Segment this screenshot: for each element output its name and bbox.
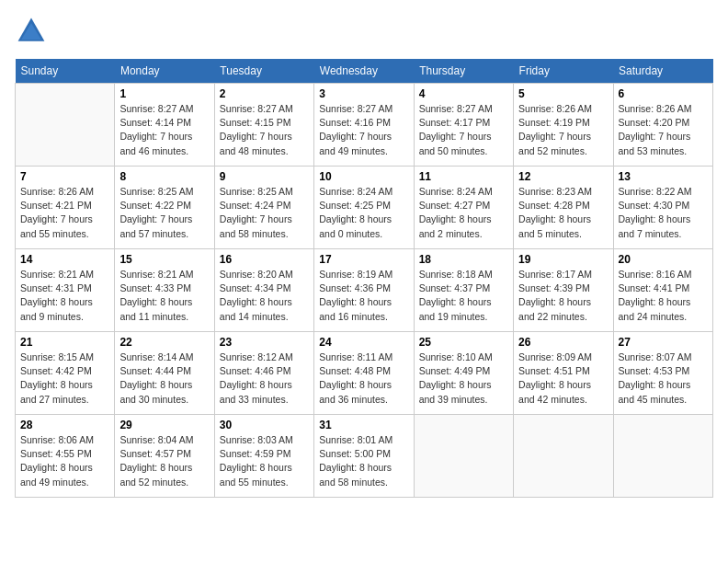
day-info: Sunrise: 8:03 AM Sunset: 4:59 PM Dayligh… — [220, 433, 309, 489]
day-number: 22 — [119, 336, 209, 349]
logo-icon — [15, 15, 48, 48]
calendar-header-row: SundayMondayTuesdayWednesdayThursdayFrid… — [16, 59, 713, 84]
day-info: Sunrise: 8:26 AM Sunset: 4:21 PM Dayligh… — [20, 185, 109, 241]
calendar-day-cell: 15 Sunrise: 8:21 AM Sunset: 4:33 PM Dayl… — [115, 249, 214, 332]
calendar-day-cell: 21 Sunrise: 8:15 AM Sunset: 4:42 PM Dayl… — [16, 332, 115, 415]
day-info: Sunrise: 8:17 AM Sunset: 4:39 PM Dayligh… — [518, 268, 608, 324]
day-number: 6 — [619, 87, 708, 100]
weekday-header: Thursday — [414, 59, 513, 84]
day-number: 10 — [319, 170, 408, 183]
day-info: Sunrise: 8:09 AM Sunset: 4:51 PM Dayligh… — [518, 350, 608, 407]
day-number: 11 — [419, 170, 508, 183]
day-info: Sunrise: 8:23 AM Sunset: 4:28 PM Dayligh… — [518, 185, 608, 241]
calendar-day-cell: 31 Sunrise: 8:01 AM Sunset: 5:00 PM Dayl… — [314, 415, 414, 498]
day-info: Sunrise: 8:19 AM Sunset: 4:36 PM Dayligh… — [319, 268, 408, 324]
day-info: Sunrise: 8:26 AM Sunset: 4:19 PM Dayligh… — [518, 102, 608, 158]
day-info: Sunrise: 8:22 AM Sunset: 4:30 PM Dayligh… — [619, 185, 708, 241]
calendar-day-cell — [16, 84, 115, 167]
logo — [15, 15, 53, 48]
day-number: 1 — [119, 87, 209, 100]
day-number: 27 — [619, 336, 708, 349]
calendar-day-cell: 26 Sunrise: 8:09 AM Sunset: 4:51 PM Dayl… — [514, 332, 613, 415]
calendar-day-cell: 18 Sunrise: 8:18 AM Sunset: 4:37 PM Dayl… — [414, 249, 513, 332]
calendar-day-cell: 6 Sunrise: 8:26 AM Sunset: 4:20 PM Dayli… — [613, 84, 712, 167]
calendar-week-row: 28 Sunrise: 8:06 AM Sunset: 4:55 PM Dayl… — [16, 415, 713, 498]
day-info: Sunrise: 8:27 AM Sunset: 4:14 PM Dayligh… — [119, 102, 209, 158]
day-number: 17 — [319, 253, 408, 266]
day-info: Sunrise: 8:06 AM Sunset: 4:55 PM Dayligh… — [20, 433, 109, 489]
calendar-day-cell: 8 Sunrise: 8:25 AM Sunset: 4:22 PM Dayli… — [115, 167, 214, 249]
calendar-day-cell: 9 Sunrise: 8:25 AM Sunset: 4:24 PM Dayli… — [214, 167, 313, 249]
day-info: Sunrise: 8:25 AM Sunset: 4:22 PM Dayligh… — [119, 185, 209, 241]
calendar-day-cell: 13 Sunrise: 8:22 AM Sunset: 4:30 PM Dayl… — [613, 167, 712, 249]
day-info: Sunrise: 8:21 AM Sunset: 4:31 PM Dayligh… — [20, 268, 109, 324]
day-info: Sunrise: 8:07 AM Sunset: 4:53 PM Dayligh… — [619, 350, 708, 407]
day-number: 3 — [319, 87, 408, 100]
calendar-day-cell: 4 Sunrise: 8:27 AM Sunset: 4:17 PM Dayli… — [414, 84, 513, 167]
weekday-header: Tuesday — [214, 59, 313, 84]
day-info: Sunrise: 8:27 AM Sunset: 4:17 PM Dayligh… — [419, 102, 508, 158]
day-info: Sunrise: 8:11 AM Sunset: 4:48 PM Dayligh… — [319, 350, 408, 407]
day-number: 13 — [619, 170, 708, 183]
day-number: 16 — [220, 253, 309, 266]
day-info: Sunrise: 8:18 AM Sunset: 4:37 PM Dayligh… — [419, 268, 508, 324]
calendar-day-cell: 29 Sunrise: 8:04 AM Sunset: 4:57 PM Dayl… — [115, 415, 214, 498]
day-number: 24 — [319, 336, 408, 349]
calendar-day-cell: 19 Sunrise: 8:17 AM Sunset: 4:39 PM Dayl… — [514, 249, 613, 332]
day-info: Sunrise: 8:12 AM Sunset: 4:46 PM Dayligh… — [220, 350, 309, 407]
day-info: Sunrise: 8:10 AM Sunset: 4:49 PM Dayligh… — [419, 350, 508, 407]
calendar-day-cell: 11 Sunrise: 8:24 AM Sunset: 4:27 PM Dayl… — [414, 167, 513, 249]
calendar-day-cell: 7 Sunrise: 8:26 AM Sunset: 4:21 PM Dayli… — [16, 167, 115, 249]
page-header — [15, 15, 713, 48]
calendar-day-cell: 20 Sunrise: 8:16 AM Sunset: 4:41 PM Dayl… — [613, 249, 712, 332]
calendar-day-cell — [414, 415, 513, 498]
calendar-day-cell: 1 Sunrise: 8:27 AM Sunset: 4:14 PM Dayli… — [115, 84, 214, 167]
weekday-header: Sunday — [16, 59, 115, 84]
day-info: Sunrise: 8:15 AM Sunset: 4:42 PM Dayligh… — [20, 350, 109, 407]
weekday-header: Saturday — [613, 59, 712, 84]
calendar-day-cell: 23 Sunrise: 8:12 AM Sunset: 4:46 PM Dayl… — [214, 332, 313, 415]
calendar-day-cell: 5 Sunrise: 8:26 AM Sunset: 4:19 PM Dayli… — [514, 84, 613, 167]
day-info: Sunrise: 8:14 AM Sunset: 4:44 PM Dayligh… — [119, 350, 209, 407]
weekday-header: Friday — [514, 59, 613, 84]
calendar-day-cell: 27 Sunrise: 8:07 AM Sunset: 4:53 PM Dayl… — [613, 332, 712, 415]
calendar-day-cell: 3 Sunrise: 8:27 AM Sunset: 4:16 PM Dayli… — [314, 84, 414, 167]
day-info: Sunrise: 8:04 AM Sunset: 4:57 PM Dayligh… — [119, 433, 209, 489]
day-info: Sunrise: 8:16 AM Sunset: 4:41 PM Dayligh… — [619, 268, 708, 324]
day-number: 15 — [119, 253, 209, 266]
calendar-week-row: 21 Sunrise: 8:15 AM Sunset: 4:42 PM Dayl… — [16, 332, 713, 415]
day-number: 25 — [419, 336, 508, 349]
calendar-day-cell: 12 Sunrise: 8:23 AM Sunset: 4:28 PM Dayl… — [514, 167, 613, 249]
day-number: 29 — [119, 419, 209, 431]
calendar-day-cell: 25 Sunrise: 8:10 AM Sunset: 4:49 PM Dayl… — [414, 332, 513, 415]
day-number: 30 — [220, 419, 309, 431]
calendar-week-row: 14 Sunrise: 8:21 AM Sunset: 4:31 PM Dayl… — [16, 249, 713, 332]
day-number: 5 — [518, 87, 608, 100]
day-info: Sunrise: 8:27 AM Sunset: 4:16 PM Dayligh… — [319, 102, 408, 158]
day-number: 19 — [518, 253, 608, 266]
weekday-header: Monday — [115, 59, 214, 84]
day-info: Sunrise: 8:01 AM Sunset: 5:00 PM Dayligh… — [319, 433, 408, 489]
calendar-day-cell: 2 Sunrise: 8:27 AM Sunset: 4:15 PM Dayli… — [214, 84, 313, 167]
calendar-day-cell: 22 Sunrise: 8:14 AM Sunset: 4:44 PM Dayl… — [115, 332, 214, 415]
calendar-day-cell — [613, 415, 712, 498]
calendar-day-cell: 16 Sunrise: 8:20 AM Sunset: 4:34 PM Dayl… — [214, 249, 313, 332]
day-info: Sunrise: 8:26 AM Sunset: 4:20 PM Dayligh… — [619, 102, 708, 158]
day-number: 20 — [619, 253, 708, 266]
calendar-day-cell: 30 Sunrise: 8:03 AM Sunset: 4:59 PM Dayl… — [214, 415, 313, 498]
calendar-day-cell: 14 Sunrise: 8:21 AM Sunset: 4:31 PM Dayl… — [16, 249, 115, 332]
calendar-week-row: 1 Sunrise: 8:27 AM Sunset: 4:14 PM Dayli… — [16, 84, 713, 167]
calendar-week-row: 7 Sunrise: 8:26 AM Sunset: 4:21 PM Dayli… — [16, 167, 713, 249]
day-number: 23 — [220, 336, 309, 349]
weekday-header: Wednesday — [314, 59, 414, 84]
day-number: 28 — [20, 419, 109, 431]
day-number: 26 — [518, 336, 608, 349]
day-info: Sunrise: 8:24 AM Sunset: 4:25 PM Dayligh… — [319, 185, 408, 241]
calendar-day-cell: 17 Sunrise: 8:19 AM Sunset: 4:36 PM Dayl… — [314, 249, 414, 332]
day-number: 9 — [220, 170, 309, 183]
day-info: Sunrise: 8:27 AM Sunset: 4:15 PM Dayligh… — [220, 102, 309, 158]
day-number: 18 — [419, 253, 508, 266]
calendar-table: SundayMondayTuesdayWednesdayThursdayFrid… — [15, 59, 713, 498]
day-info: Sunrise: 8:21 AM Sunset: 4:33 PM Dayligh… — [119, 268, 209, 324]
day-number: 4 — [419, 87, 508, 100]
